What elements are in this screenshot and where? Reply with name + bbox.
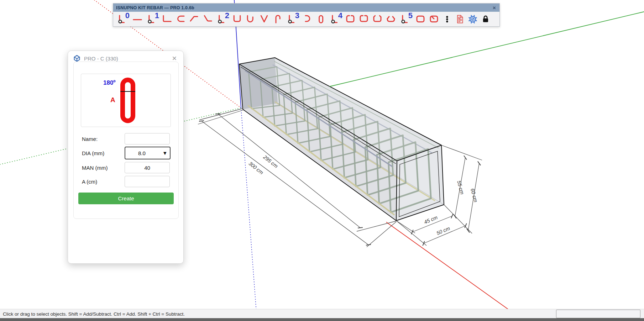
rebar-group-3-number: 3 xyxy=(295,11,299,20)
concrete-beam[interactable] xyxy=(239,58,444,221)
shape-stirrup-closed-button[interactable] xyxy=(414,12,427,26)
chevron-down-icon: ▾ xyxy=(163,150,170,156)
toolbar-titlebar[interactable]: ISNUPNO KIT REBAR — PRO 1.0.6b × xyxy=(113,4,499,12)
rebar-group-1-number: 1 xyxy=(155,11,159,20)
shape-u-hooks-135b-button[interactable] xyxy=(384,12,397,26)
rebar-group-5-number: 5 xyxy=(408,11,413,20)
rebar-group-2-button[interactable]: 2 xyxy=(214,12,230,26)
dia-select-value: 8.0 xyxy=(125,150,163,156)
a-input[interactable] xyxy=(125,176,170,187)
shape-s-hook-button[interactable] xyxy=(271,12,284,26)
rebar-group-5-button[interactable]: 5 xyxy=(398,12,413,26)
shape-corner-rounded-button[interactable] xyxy=(174,12,187,26)
name-row: Name: xyxy=(74,133,178,144)
a-label: A (cm) xyxy=(82,179,97,185)
man-row: MAN (mm) xyxy=(74,162,178,173)
measurements-input[interactable] xyxy=(556,310,640,318)
name-label: Name: xyxy=(82,136,98,142)
shape-corner-45-button[interactable] xyxy=(187,12,200,26)
lock-button[interactable] xyxy=(479,12,492,26)
shape-stirrup-hooked-button[interactable] xyxy=(427,12,440,26)
window-bottom-edge xyxy=(0,318,644,321)
rebar-group-0-button[interactable]: 0 xyxy=(115,12,130,26)
app-logo-icon xyxy=(73,54,81,62)
status-message: Click or drag to select objects. Shift =… xyxy=(0,311,185,317)
dim-a-label: A xyxy=(110,96,115,104)
dia-select[interactable]: 8.0 ▾ xyxy=(125,147,171,159)
dia-row: DIA (mm) 8.0 ▾ xyxy=(74,147,178,159)
settings-gear-button[interactable] xyxy=(466,12,479,26)
dialog-title: PRO - C (330) xyxy=(84,56,118,62)
pro-c330-dialog: PRO - C (330) ✕ 180º A Name: DIA (mm) 8.… xyxy=(68,51,184,264)
sketchup-viewport-window: 295 cm 300 cm 55 cm 60 cm 45 cm 50 cm IS… xyxy=(0,0,644,321)
rebar-group-4-button[interactable]: 4 xyxy=(328,12,343,26)
toolbar-title: ISNUPNO KIT REBAR — PRO 1.0.6b xyxy=(116,5,194,10)
shape-u-hooks-in-button[interactable] xyxy=(357,12,370,26)
rebar-group-1-button[interactable]: 1 xyxy=(144,12,160,26)
rebar-group-4-number: 4 xyxy=(338,11,342,20)
shape-c-hook-button[interactable] xyxy=(300,12,314,26)
angle-label: 180º xyxy=(103,79,116,86)
a-row: A (cm) xyxy=(74,176,178,187)
dialog-content-card: 180º A Name: DIA (mm) 8.0 ▾ MAN (mm) xyxy=(73,62,179,219)
pin-shape-graphic xyxy=(120,78,135,123)
dim-label-300: 300 cm xyxy=(248,160,265,175)
dia-label: DIA (mm) xyxy=(82,150,104,156)
pin-shape-tick xyxy=(120,91,135,92)
toolbar-icon-row: 012345 xyxy=(113,12,499,26)
dim-label-60: 60 cm xyxy=(470,188,479,203)
rebar-group-2-number: 2 xyxy=(225,11,229,20)
shape-pin-330-button[interactable] xyxy=(314,12,327,26)
menu-dots-button[interactable] xyxy=(441,12,453,26)
shape-corner-90-button[interactable] xyxy=(160,12,173,26)
shape-u-square-button[interactable] xyxy=(230,12,244,26)
rebar-toolbar-window: ISNUPNO KIT REBAR — PRO 1.0.6b × 012345 xyxy=(113,3,500,27)
shape-corner-obtuse-button[interactable] xyxy=(201,12,214,26)
shape-u-hook-button[interactable] xyxy=(244,12,257,26)
dim-label-50: 50 cm xyxy=(436,225,451,236)
shape-v-button[interactable] xyxy=(257,12,271,26)
rebar-group-0-number: 0 xyxy=(125,11,130,20)
man-label: MAN (mm) xyxy=(82,165,108,171)
rebar-group-3-button[interactable]: 3 xyxy=(284,12,300,26)
toolbar-close-icon[interactable]: × xyxy=(492,5,497,10)
man-input[interactable] xyxy=(125,162,170,173)
create-button[interactable]: Create xyxy=(78,193,174,204)
report-doc-button[interactable] xyxy=(454,12,466,26)
shape-u-hooks-135a-button[interactable] xyxy=(371,12,384,26)
shape-stirrup-open-button[interactable] xyxy=(344,12,357,26)
dim-label-45: 45 cm xyxy=(423,215,439,225)
status-bar: Click or drag to select objects. Shift =… xyxy=(0,309,644,319)
name-input[interactable] xyxy=(125,133,170,144)
dim-label-55: 55 cm xyxy=(456,180,465,195)
shape-straight-button[interactable] xyxy=(131,12,144,26)
shape-preview: 180º A xyxy=(81,74,171,127)
